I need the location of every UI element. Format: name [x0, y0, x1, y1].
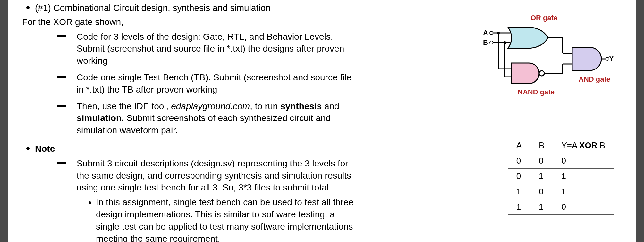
- y-label: Y: [609, 54, 614, 62]
- task-list: Code for 3 levels of the design: Gate, R…: [35, 31, 359, 136]
- circuit-diagram: OR gate A B Y: [479, 14, 614, 99]
- cell: 0: [530, 184, 553, 199]
- note-sub-text: In this assignment, single test bench ca…: [96, 197, 353, 242]
- note-item: Note Submit 3 circuit descriptions (desi…: [35, 141, 359, 242]
- note-list: Submit 3 circuit descriptions (design.sv…: [35, 157, 359, 242]
- cell: 0: [553, 153, 614, 169]
- a-terminal-icon: [490, 31, 493, 35]
- task-item-3: Then, use the IDE tool, edaplayground.co…: [57, 100, 359, 136]
- task-item-1: Code for 3 levels of the design: Gate, R…: [57, 31, 359, 67]
- task-3-simulation: simulation.: [77, 113, 124, 123]
- table-row: 0 1 1: [508, 169, 614, 184]
- task-3-ide: edaplayground.com: [171, 101, 250, 111]
- note-1-text: Submit 3 circuit descriptions (design.sv…: [77, 158, 351, 193]
- task-item-2: Code one single Test Bench (TB). Submit …: [57, 71, 359, 96]
- note-sublist: In this assignment, single test bench ca…: [77, 196, 359, 242]
- task-3-mid: , to run: [250, 101, 280, 111]
- cell: 0: [508, 153, 530, 169]
- task-3-synthesis: synthesis: [280, 101, 322, 111]
- nand-gate-label: NAND gate: [518, 88, 555, 96]
- cell: 1: [530, 169, 553, 184]
- task-3-pre: Then, use the IDE tool,: [77, 101, 171, 111]
- truth-table: A B Y=A XOR B 0 0 0 0 1 1 1 0 1 1 1 0: [508, 138, 614, 215]
- note-item-1: Submit 3 circuit descriptions (design.sv…: [57, 157, 359, 242]
- table-row: 1 0 1: [508, 184, 614, 199]
- cell: 1: [553, 184, 614, 199]
- table-row: 1 1 0: [508, 199, 614, 215]
- cell: 1: [553, 169, 614, 184]
- b-terminal-icon: [490, 41, 493, 44]
- note-label: Note: [35, 144, 55, 154]
- cell: 0: [508, 169, 530, 184]
- and-gate-label: AND gate: [579, 75, 610, 83]
- and-gate-icon: [572, 47, 601, 70]
- heading-item: (#1) Combinational Circuit design, synth…: [35, 0, 359, 136]
- col-y-header: Y=A XOR B: [553, 138, 614, 153]
- task-3-mid2: and: [322, 101, 339, 111]
- y-header-suffix: B: [597, 141, 605, 150]
- col-a-header: A: [508, 138, 530, 153]
- table-row: 0 0 0: [508, 153, 614, 169]
- nand-bubble-icon: [539, 71, 544, 76]
- title-text: Combinational Circuit design, synthesis …: [54, 3, 271, 13]
- or-gate-icon: [508, 27, 548, 48]
- task-1-text: Code for 3 levels of the design: Gate, R…: [77, 32, 344, 66]
- cell: 1: [508, 199, 530, 215]
- or-gate-label: OR gate: [530, 14, 557, 22]
- b-label: B: [483, 38, 488, 46]
- y-header-xor: XOR: [579, 141, 597, 150]
- title-prefix: (#1): [35, 3, 54, 13]
- cell: 0: [553, 199, 614, 215]
- main-text-column: (#1) Combinational Circuit design, synth…: [14, 0, 365, 242]
- cell: 0: [530, 153, 553, 169]
- cell: 1: [530, 199, 553, 215]
- task-2-text: Code one single Test Bench (TB). Submit …: [77, 72, 352, 94]
- nand-gate-icon: [511, 63, 539, 84]
- col-b-header: B: [530, 138, 553, 153]
- y-header-prefix: Y=A: [561, 141, 579, 150]
- note-sub-item: In this assignment, single test bench ca…: [96, 196, 359, 242]
- cell: 1: [508, 184, 530, 199]
- subtitle: For the XOR gate shown,: [22, 16, 359, 28]
- table-header-row: A B Y=A XOR B: [508, 138, 614, 153]
- a-label: A: [483, 29, 488, 37]
- circuit-svg: OR gate A B Y: [479, 14, 614, 98]
- document-page: (#1) Combinational Circuit design, synth…: [8, 0, 636, 242]
